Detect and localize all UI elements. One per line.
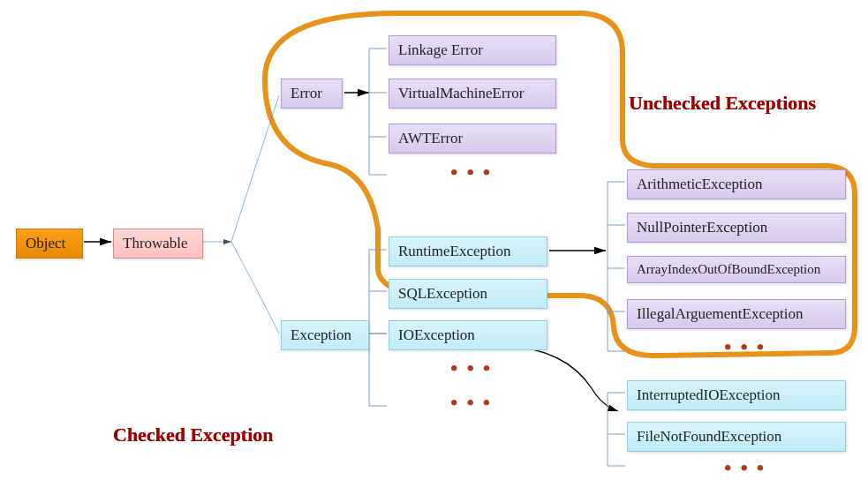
node-sqlexception: SQLException bbox=[389, 279, 547, 309]
node-linkage-error: Linkage Error bbox=[389, 35, 556, 65]
node-arithmeticexception: ArithmeticException bbox=[627, 169, 846, 199]
node-object: Object bbox=[16, 229, 83, 259]
node-filenotfoundexception: FileNotFoundException bbox=[627, 422, 846, 452]
label-unchecked: Unchecked Exceptions bbox=[629, 92, 816, 115]
node-throwable: Throwable bbox=[113, 229, 203, 259]
label-checked: Checked Exception bbox=[113, 424, 274, 446]
node-virtualmachine-error: VirtualMachineError bbox=[389, 79, 556, 109]
node-arrayindexoutofboundexception: ArrayIndexOutOfBoundException bbox=[627, 256, 846, 283]
node-exception: Exception bbox=[281, 320, 369, 350]
node-runtimeexception: RuntimeException bbox=[389, 236, 547, 266]
node-interruptedioexception: InterruptedIOException bbox=[627, 380, 846, 410]
node-error: Error bbox=[281, 79, 343, 109]
node-illegalargumentexception: IllegalArguementException bbox=[627, 299, 846, 329]
node-awt-error: AWTError bbox=[389, 124, 556, 154]
node-ioexception: IOException bbox=[389, 320, 547, 350]
node-nullpointerexception: NullPointerException bbox=[627, 213, 846, 243]
